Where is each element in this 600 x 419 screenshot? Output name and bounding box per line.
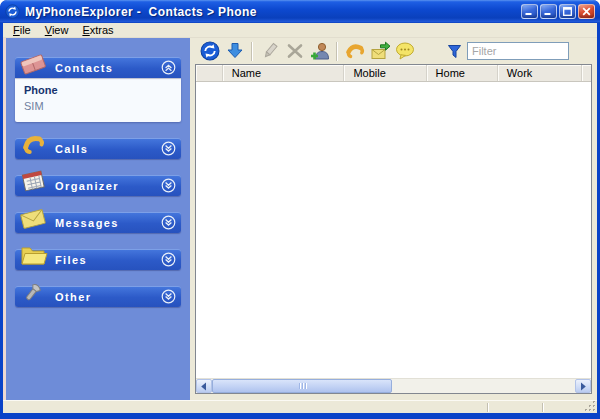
scroll-left-button[interactable]	[196, 379, 212, 393]
sync-icon	[200, 41, 220, 61]
minimize-icon	[544, 7, 553, 16]
download-button[interactable]	[222, 39, 247, 63]
statusbar-divider	[487, 403, 489, 412]
panel-label: Organizer	[55, 180, 119, 192]
panel-label: Messages	[55, 217, 119, 229]
edit-button[interactable]	[257, 39, 282, 63]
call-handset-icon	[344, 40, 366, 62]
horizontal-scrollbar	[196, 378, 591, 393]
expand-panel-button[interactable]	[161, 289, 176, 304]
window-controls	[519, 4, 595, 19]
expand-panel-button[interactable]	[161, 178, 176, 193]
sync-button[interactable]	[197, 39, 222, 63]
filter-input[interactable]	[467, 42, 569, 60]
sidebar: Contacts Phone SIM	[3, 38, 190, 400]
panel-header-other[interactable]: Other	[15, 286, 181, 307]
send-message-button[interactable]	[367, 39, 392, 63]
maximize-icon	[563, 7, 572, 16]
panel-messages: Messages	[15, 212, 181, 233]
panel-body-contacts: Phone SIM	[15, 78, 181, 122]
close-x-icon	[582, 7, 591, 16]
envelope-icon	[18, 204, 48, 232]
main-area: Name Mobile Home Work	[190, 38, 597, 400]
close-button[interactable]	[578, 4, 595, 19]
panel-label: Files	[55, 254, 87, 266]
column-header-home[interactable]: Home	[427, 65, 498, 81]
menu-view[interactable]: View	[38, 23, 76, 38]
filter-funnel-icon	[447, 44, 462, 59]
panel-organizer: Organizer	[15, 175, 181, 196]
panel-contacts: Contacts Phone SIM	[15, 57, 181, 122]
chevron-up-icon	[161, 60, 176, 75]
chat-bubble-icon	[394, 40, 416, 62]
scrollbar-track[interactable]	[212, 379, 575, 393]
expand-panel-button[interactable]	[161, 252, 176, 267]
chevron-down-icon	[161, 289, 176, 304]
toolbar-separator	[251, 42, 253, 61]
panel-other: Other	[15, 286, 181, 307]
scrollbar-thumb[interactable]	[212, 379, 392, 393]
chevron-down-icon	[161, 178, 176, 193]
add-user-icon	[309, 40, 331, 62]
add-contact-button[interactable]	[307, 39, 332, 63]
scroll-right-button[interactable]	[575, 379, 591, 393]
call-button[interactable]	[342, 39, 367, 63]
toolbar-separator	[336, 42, 338, 61]
contact-list: Name Mobile Home Work	[195, 64, 592, 394]
contacts-book-icon	[18, 49, 48, 77]
panel-header-organizer[interactable]: Organizer	[15, 175, 181, 196]
panel-label: Calls	[55, 143, 88, 155]
menubar: File View Extras	[3, 23, 597, 38]
filter-box	[447, 42, 569, 60]
arrow-left-icon	[200, 382, 208, 391]
menu-file[interactable]: File	[6, 23, 38, 38]
panel-header-contacts[interactable]: Contacts	[15, 57, 181, 78]
panel-header-messages[interactable]: Messages	[15, 212, 181, 233]
minimize-to-tray-button[interactable]	[521, 4, 538, 19]
statusbar-divider	[542, 403, 544, 412]
expand-panel-button[interactable]	[161, 141, 176, 156]
download-arrow-icon	[225, 41, 245, 61]
column-header-partial[interactable]	[582, 65, 591, 81]
titlebar[interactable]: MyPhoneExplorer - Contacts > Phone	[0, 0, 600, 23]
column-header-name[interactable]: Name	[223, 65, 345, 81]
delete-x-icon	[285, 41, 305, 61]
column-header-work[interactable]: Work	[498, 65, 582, 81]
minimize-button[interactable]	[540, 4, 557, 19]
table-body-empty[interactable]	[196, 82, 591, 378]
statusbar	[3, 400, 597, 413]
client-area: Contacts Phone SIM	[3, 38, 597, 400]
wrench-icon	[18, 278, 48, 306]
panel-header-calls[interactable]: Calls	[15, 138, 181, 159]
expand-panel-button[interactable]	[161, 215, 176, 230]
panel-header-files[interactable]: Files	[15, 249, 181, 270]
delete-button[interactable]	[282, 39, 307, 63]
panel-label: Other	[55, 291, 91, 303]
toolbar	[190, 38, 597, 64]
chevron-down-icon	[161, 141, 176, 156]
window-title: MyPhoneExplorer - Contacts > Phone	[25, 5, 257, 19]
panel-calls: Calls	[15, 138, 181, 159]
phone-handset-icon	[18, 130, 48, 158]
calendar-icon	[18, 167, 48, 195]
app-window: MyPhoneExplorer - Contacts > Phone File …	[0, 0, 600, 419]
collapse-panel-button[interactable]	[161, 60, 176, 75]
sidebar-item-phone[interactable]: Phone	[24, 84, 172, 96]
chevron-down-icon	[161, 252, 176, 267]
resize-grip[interactable]	[584, 400, 596, 412]
folder-icon	[18, 241, 48, 269]
menu-extras[interactable]: Extras	[75, 23, 120, 38]
minimize-icon	[525, 7, 534, 16]
sync-icon	[5, 4, 20, 19]
send-message-icon	[369, 40, 391, 62]
arrow-right-icon	[579, 382, 587, 391]
sidebar-item-sim[interactable]: SIM	[24, 100, 172, 112]
panel-files: Files	[15, 249, 181, 270]
column-header-blank[interactable]	[196, 65, 223, 81]
maximize-button[interactable]	[559, 4, 576, 19]
pencil-icon	[260, 41, 280, 61]
column-header-mobile[interactable]: Mobile	[344, 65, 426, 81]
chat-button[interactable]	[392, 39, 417, 63]
panel-label: Contacts	[55, 62, 113, 74]
table-header-row: Name Mobile Home Work	[196, 65, 591, 82]
